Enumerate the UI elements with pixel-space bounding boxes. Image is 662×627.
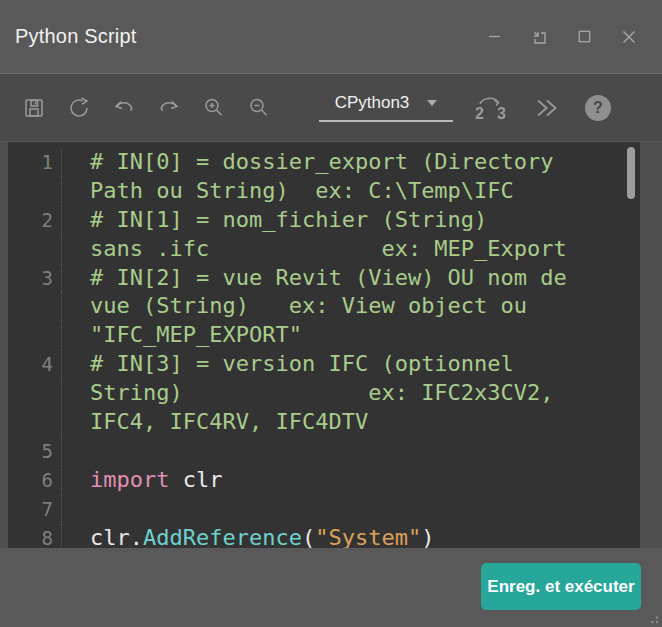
undo-button[interactable] (111, 95, 137, 121)
code-segment: "System" (315, 525, 421, 548)
line-number (8, 235, 62, 264)
code-segment: import (90, 467, 169, 492)
code-line: # IN[0] = dossier_export (Directory (62, 148, 554, 177)
dock-button[interactable] (530, 28, 548, 46)
code-row: 2# IN[1] = nom_fichier (String) (8, 206, 640, 235)
window-title: Python Script (15, 25, 137, 48)
code-segment: # IN[2] = vue Revit (View) OU nom de (90, 265, 567, 290)
close-button[interactable] (620, 28, 638, 46)
line-number: 7 (8, 495, 62, 524)
migrate-to-label: 3 (497, 105, 506, 123)
close-icon (620, 28, 638, 46)
code-segment: IFC4, IFC4RV, IFC4DTV (90, 409, 368, 434)
maximize-button[interactable] (575, 28, 593, 46)
editor-band: 1# IN[0] = dossier_export (DirectoryPath… (0, 142, 662, 548)
zoom-out-icon (247, 96, 271, 120)
code-row: IFC4, IFC4RV, IFC4DTV (8, 408, 640, 437)
resize-grip[interactable] (646, 611, 660, 625)
zoom-in-button[interactable] (201, 95, 227, 121)
chevron-down-icon (427, 100, 437, 106)
line-number (8, 379, 62, 408)
code-line: "IFC_MEP_EXPORT" (62, 321, 302, 350)
engine-underline (319, 120, 453, 122)
code-row: 5 (8, 437, 640, 466)
engine-dropdown[interactable]: CPython3 (319, 93, 453, 122)
line-number: 1 (8, 148, 62, 177)
scrollbar-thumb[interactable] (627, 147, 635, 199)
minimize-icon (486, 28, 503, 45)
code-line: Path ou String) ex: C:\Temp\IFC (62, 177, 514, 206)
code-segment: # IN[0] = dossier_export (Directory (90, 149, 554, 174)
code-segment: vue (String) ex: View object ou (90, 293, 527, 318)
redo-button[interactable] (156, 95, 182, 121)
code-row: Path ou String) ex: C:\Temp\IFC (8, 177, 640, 206)
line-number: 2 (8, 206, 62, 235)
code-line: sans .ifc ex: MEP_Export (62, 235, 567, 264)
zoom-in-icon (202, 96, 226, 120)
code-line: # IN[3] = version IFC (optionnel (62, 350, 514, 379)
code-segment: clr (169, 467, 222, 492)
help-icon: ? (593, 99, 603, 117)
line-number (8, 292, 62, 321)
revert-button[interactable] (66, 95, 92, 121)
code-row: 7 (8, 495, 640, 524)
code-line: import clr (62, 466, 222, 495)
zoom-out-button[interactable] (246, 95, 272, 121)
redo-icon (157, 96, 181, 120)
double-chevron-right-icon (533, 96, 561, 120)
code-segment: Path ou String) ex: C:\Temp\IFC (90, 178, 514, 203)
line-number: 5 (8, 437, 62, 466)
minimize-button[interactable] (485, 28, 503, 46)
code-row: String) ex: IFC2x3CV2, (8, 379, 640, 408)
maximize-icon (576, 28, 593, 45)
code-line: String) ex: IFC2x3CV2, (62, 379, 554, 408)
code-line (62, 437, 90, 466)
code-segment: sans .ifc ex: MEP_Export (90, 236, 567, 261)
line-number (8, 177, 62, 206)
code-segment: ( (302, 525, 315, 548)
code-line: # IN[2] = vue Revit (View) OU nom de (62, 264, 567, 293)
save-icon (22, 96, 46, 120)
line-number (8, 408, 62, 437)
code-segment: String) ex: IFC2x3CV2, (90, 380, 554, 405)
expand-toolbar-button[interactable] (533, 95, 561, 121)
titlebar[interactable]: Python Script (0, 0, 662, 73)
code-segment: AddReference (143, 525, 302, 548)
resize-grip-icon (646, 611, 660, 625)
help-button[interactable]: ? (585, 95, 611, 121)
code-row: vue (String) ex: View object ou (8, 292, 640, 321)
engine-label: CPython3 (335, 93, 410, 113)
code-rows: 1# IN[0] = dossier_export (DirectoryPath… (8, 148, 640, 548)
code-row: 8clr.AddReference("System") (8, 524, 640, 548)
revert-icon (67, 96, 91, 120)
code-editor[interactable]: 1# IN[0] = dossier_export (DirectoryPath… (8, 142, 640, 548)
code-line: clr.AddReference("System") (62, 524, 434, 548)
undo-icon (112, 96, 136, 120)
line-number: 8 (8, 524, 62, 548)
save-and-run-button[interactable]: Enreg. et exécuter (481, 563, 641, 610)
code-line: # IN[1] = nom_fichier (String) (62, 206, 487, 235)
migrate-from-label: 2 (475, 105, 484, 123)
code-row: 4# IN[3] = version IFC (optionnel (8, 350, 640, 379)
migrate-2to3-button[interactable]: 2 3 (473, 93, 509, 123)
code-line (62, 495, 90, 524)
line-number: 4 (8, 350, 62, 379)
window-controls (485, 28, 638, 46)
code-segment: clr. (90, 525, 143, 548)
code-segment: "IFC_MEP_EXPORT" (90, 322, 302, 347)
dock-icon (530, 28, 548, 46)
code-segment: # IN[1] = nom_fichier (String) (90, 207, 487, 232)
line-number: 3 (8, 264, 62, 293)
code-segment: # IN[3] = version IFC (optionnel (90, 351, 514, 376)
migrate-arrow-icon (478, 93, 504, 107)
code-row: 6import clr (8, 466, 640, 495)
line-number (8, 321, 62, 350)
toolbar: CPython3 2 3 ? (0, 73, 662, 141)
line-number: 6 (8, 466, 62, 495)
code-row: 3# IN[2] = vue Revit (View) OU nom de (8, 264, 640, 293)
save-button[interactable] (21, 95, 47, 121)
code-segment: ) (421, 525, 434, 548)
code-line: vue (String) ex: View object ou (62, 292, 527, 321)
code-row: 1# IN[0] = dossier_export (Directory (8, 148, 640, 177)
code-row: sans .ifc ex: MEP_Export (8, 235, 640, 264)
